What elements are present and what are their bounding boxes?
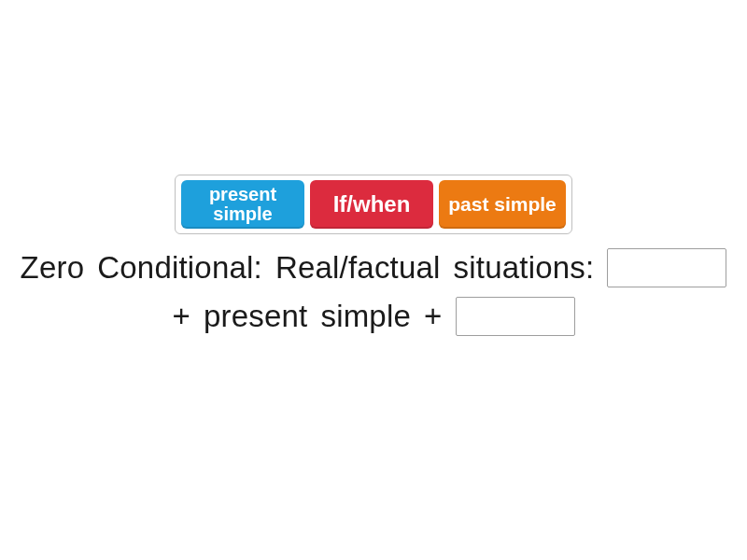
sentence-word: situations: (454, 249, 595, 287)
drop-blank-1[interactable] (607, 248, 726, 287)
tile-present-simple[interactable]: presentsimple (181, 180, 304, 229)
sentence: Zero Conditional: Real/factual situation… (0, 248, 747, 336)
drop-blank-2[interactable] (456, 297, 575, 336)
tile-past-simple[interactable]: past simple (439, 180, 566, 229)
sentence-word: Zero (21, 249, 85, 287)
tile-tray: presentsimple If/when past simple (175, 175, 572, 234)
sentence-word: + (424, 298, 442, 335)
sentence-word: Real/factual (275, 249, 441, 287)
sentence-word: + (172, 298, 190, 335)
tile-if-when[interactable]: If/when (310, 180, 433, 229)
sentence-word: simple (320, 298, 411, 335)
sentence-word: present (204, 298, 307, 335)
activity-stage: presentsimple If/when past simple Zero C… (0, 0, 747, 560)
sentence-word: Conditional: (97, 249, 262, 287)
